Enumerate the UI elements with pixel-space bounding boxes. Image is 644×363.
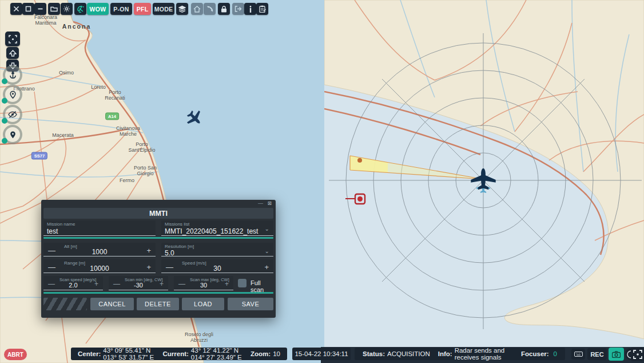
- layers-button[interactable]: [176, 3, 188, 15]
- status-panel: Status: ACQUISITION Info: Radar sends an…: [355, 348, 565, 360]
- layer-toggle-ships[interactable]: [3, 65, 22, 85]
- phone-handset-icon: [206, 5, 213, 13]
- radar-map-geography: [324, 0, 644, 347]
- pfl-button[interactable]: PFL: [134, 3, 151, 15]
- increment-button[interactable]: +: [225, 280, 229, 288]
- increment-button[interactable]: +: [160, 280, 164, 288]
- clipboard-icon: [259, 5, 266, 13]
- fullscreen-icon: [633, 350, 642, 359]
- open-missions-button[interactable]: [48, 3, 60, 15]
- abort-button[interactable]: ABRT: [4, 349, 27, 360]
- map-label: Macerata: [52, 132, 74, 138]
- delete-button[interactable]: DELETE: [137, 298, 179, 310]
- mission-name-field[interactable]: Mission name test: [43, 220, 156, 236]
- map-label: Porto Sant'Elpidio: [128, 141, 155, 153]
- power-on-button[interactable]: P-ON: [110, 3, 132, 15]
- map-label: Civitanova Marche: [116, 125, 140, 137]
- layer-toggle-visibility[interactable]: [3, 105, 22, 124]
- snapshot-button[interactable]: [609, 348, 624, 361]
- current-label: Current:: [162, 350, 188, 357]
- increment-button[interactable]: +: [146, 246, 151, 255]
- mode-label: MODE: [154, 6, 173, 13]
- missions-list-label: Missions list: [165, 222, 189, 227]
- mission-log-button[interactable]: [256, 3, 268, 15]
- center-label: Center:: [78, 350, 101, 357]
- lock-button[interactable]: [218, 3, 230, 15]
- folder-icon: [50, 6, 58, 12]
- load-button[interactable]: LOAD: [182, 298, 224, 310]
- separator: [43, 292, 273, 294]
- road-badge: A14: [105, 113, 119, 120]
- map-label: Ancona: [62, 23, 92, 29]
- eye-off-icon: [8, 111, 17, 119]
- radar-dish-icon: [77, 5, 85, 13]
- restore-window-button[interactable]: [22, 3, 34, 15]
- radar-workstation-app: Falconara MarittimaAnconaOsimoFilottrano…: [0, 0, 644, 363]
- missions-list-select[interactable]: Missions list MMTI_20220405_151622_test …: [161, 220, 273, 236]
- focuser-label: Focuser:: [521, 350, 549, 357]
- focuser-value: 0: [554, 350, 557, 357]
- record-button[interactable]: REC: [587, 348, 607, 360]
- info-button[interactable]: [244, 3, 256, 15]
- map-label: Fermo: [120, 177, 134, 183]
- current-coordinates: 43° 12' 41.22" N 014° 27' 23.49" E: [191, 347, 243, 361]
- logout-icon: [234, 6, 242, 12]
- progress-hatch: [43, 298, 87, 310]
- speed-stepper: — Speed [m/s] 30 +: [161, 259, 273, 273]
- full-scan-checkbox[interactable]: [238, 279, 247, 287]
- map-label: Porto San Giorgio: [134, 165, 157, 176]
- track-symbol[interactable]: [345, 194, 365, 204]
- chevron-down-icon: ⌄: [265, 248, 269, 254]
- status-label: Status:: [363, 350, 385, 357]
- scan-max-stepper: — Scan max [deg, CW] 30 +: [174, 276, 233, 290]
- minimize-icon: [37, 6, 43, 12]
- mission-name-value: test: [47, 227, 58, 235]
- logout-button[interactable]: [232, 3, 244, 15]
- full-scan-label: Full scan: [251, 279, 276, 293]
- minimize-button[interactable]: [34, 3, 46, 15]
- alt-stepper: — Alt [m] 1000 +: [43, 243, 156, 257]
- lock-icon: [221, 6, 227, 13]
- resolution-select[interactable]: Resolution [m] 5.0 ⌄: [161, 243, 273, 257]
- info-value: Radar sends and receives signals: [455, 347, 513, 361]
- fullscreen-button[interactable]: [631, 347, 644, 361]
- dialog-minimize-icon[interactable]: —: [258, 201, 263, 206]
- status-dot: [2, 78, 7, 84]
- dialog-close-icon[interactable]: ⊠: [267, 201, 272, 206]
- rec-label: REC: [590, 351, 603, 358]
- map-label: Roseto degli Abruzzi: [185, 332, 213, 343]
- increment-button[interactable]: +: [94, 280, 98, 288]
- mode-button[interactable]: MODE: [153, 3, 174, 15]
- close-button[interactable]: [10, 3, 22, 15]
- pfl-label: PFL: [137, 6, 149, 13]
- keyboard-button[interactable]: [571, 349, 585, 360]
- alt-value: 1000: [43, 248, 156, 256]
- status-dot: [2, 138, 7, 144]
- zoom-label: Zoom:: [251, 350, 271, 357]
- home-button[interactable]: [191, 3, 203, 15]
- pan-up-button[interactable]: [6, 47, 19, 59]
- save-button[interactable]: SAVE: [228, 298, 273, 310]
- range-value: 10000: [43, 265, 156, 273]
- increment-button[interactable]: +: [146, 263, 151, 271]
- dialog-titlebar[interactable]: — ⊠: [41, 200, 276, 207]
- layer-toggle-markers[interactable]: [3, 125, 22, 144]
- handset-button[interactable]: [204, 3, 216, 15]
- window-icon: [25, 6, 31, 12]
- radar-display-panel[interactable]: TeramoAscoli PicenoSan Benedetto del Tro…: [324, 0, 644, 347]
- increment-button[interactable]: +: [264, 263, 269, 271]
- radar-control-button[interactable]: [74, 3, 86, 15]
- settings-button[interactable]: [61, 3, 73, 15]
- home-icon: [193, 6, 201, 13]
- location-pin-icon: [9, 90, 17, 99]
- center-view-button[interactable]: [5, 31, 20, 46]
- layer-toggle-tracks[interactable]: [3, 85, 22, 104]
- chevron-down-icon: ⌄: [265, 226, 269, 232]
- resolution-value: 5.0: [165, 249, 174, 257]
- range-stepper: — Range [m] 10000 +: [43, 259, 156, 273]
- gear-icon: [63, 5, 70, 13]
- wow-button[interactable]: WOW: [87, 3, 109, 15]
- cancel-button[interactable]: CANCEL: [90, 298, 134, 310]
- road-badge: SS77: [31, 152, 47, 160]
- arrow-up-icon: [9, 50, 17, 57]
